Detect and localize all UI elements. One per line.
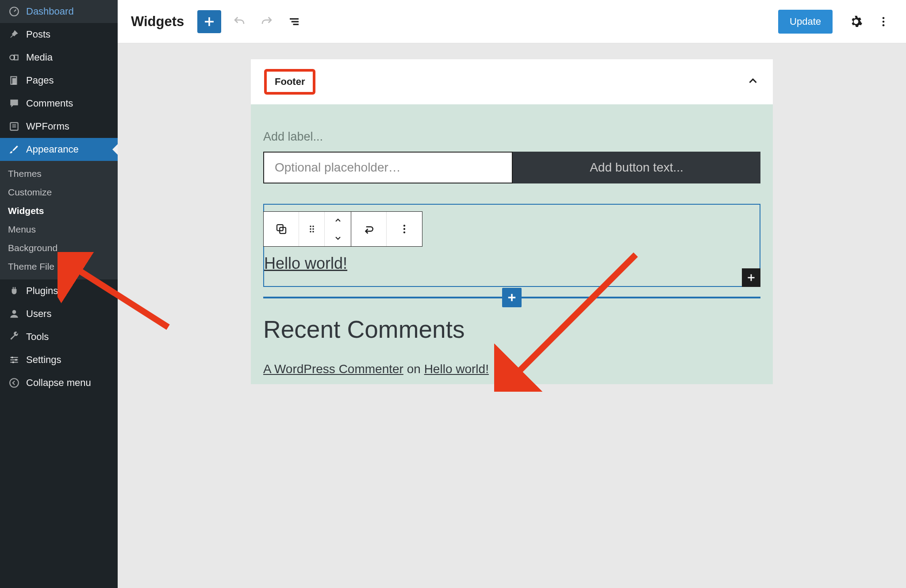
admin-sidebar: Dashboard Posts Media Pages Comments WPF… xyxy=(0,0,118,588)
comment-post-link[interactable]: Hello world! xyxy=(424,362,489,376)
svg-point-34 xyxy=(403,231,405,233)
page-icon xyxy=(8,74,20,87)
pin-icon xyxy=(8,28,20,41)
sidebar-item-label: WPForms xyxy=(26,121,69,132)
svg-point-13 xyxy=(15,359,17,361)
drag-handle-button[interactable] xyxy=(299,212,325,246)
sidebar-item-label: Dashboard xyxy=(26,6,74,17)
plug-icon xyxy=(8,285,20,297)
sidebar-item-label: Settings xyxy=(26,354,61,366)
subitem-widgets[interactable]: Widgets xyxy=(0,202,118,220)
editor-topbar: Widgets Update xyxy=(118,0,906,43)
inline-inserter-button[interactable] xyxy=(502,288,522,307)
page-title: Widgets xyxy=(131,14,184,30)
svg-point-14 xyxy=(12,361,14,363)
svg-point-29 xyxy=(312,228,314,230)
footer-highlight: Footer xyxy=(264,69,315,95)
svg-point-23 xyxy=(883,24,885,26)
svg-point-22 xyxy=(883,20,885,23)
form-icon xyxy=(8,120,20,133)
collapse-icon xyxy=(8,377,20,389)
recent-comment-item: A WordPress Commenter on Hello world! xyxy=(263,362,760,376)
sidebar-item-posts[interactable]: Posts xyxy=(0,23,118,46)
widget-area-body: Add label... Add button text... xyxy=(251,104,773,384)
more-options-button[interactable] xyxy=(874,12,893,31)
search-input[interactable] xyxy=(263,152,513,183)
sidebar-item-settings[interactable]: Settings xyxy=(0,348,118,371)
comment-author-link[interactable]: A WordPress Commenter xyxy=(263,362,403,376)
move-up-button[interactable] xyxy=(325,212,351,229)
subitem-themes[interactable]: Themes xyxy=(0,164,118,183)
editor-main: Widgets Update xyxy=(118,0,906,588)
sidebar-item-media[interactable]: Media xyxy=(0,46,118,69)
wrench-icon xyxy=(8,331,20,343)
block-inserter-line xyxy=(263,297,760,298)
comment-icon xyxy=(8,97,20,110)
list-view-button[interactable] xyxy=(285,12,303,31)
widget-area-footer: Footer Add label... Add button text... xyxy=(251,59,773,384)
move-down-button[interactable] xyxy=(325,229,351,246)
sidebar-item-label: Users xyxy=(26,308,51,320)
widget-area-title: Footer xyxy=(275,76,305,87)
redo-button[interactable] xyxy=(257,12,276,31)
svg-point-28 xyxy=(310,228,311,230)
svg-point-8 xyxy=(12,310,16,314)
user-icon xyxy=(8,308,20,320)
svg-point-33 xyxy=(403,228,405,230)
sidebar-item-users[interactable]: Users xyxy=(0,302,118,325)
sidebar-item-label: Posts xyxy=(26,29,50,40)
sidebar-item-label: Collapse menu xyxy=(26,377,91,389)
comment-on-text: on xyxy=(407,362,424,376)
svg-point-26 xyxy=(310,225,311,227)
sidebar-item-label: Plugins xyxy=(26,285,58,297)
search-button[interactable]: Add button text... xyxy=(513,152,760,183)
collapse-chevron-icon[interactable] xyxy=(746,74,760,89)
block-type-button[interactable] xyxy=(264,212,299,246)
svg-point-12 xyxy=(12,356,13,358)
undo-button[interactable] xyxy=(230,12,249,31)
dashboard-icon xyxy=(8,5,20,18)
sliders-icon xyxy=(8,354,20,366)
sidebar-item-label: Tools xyxy=(26,331,49,343)
svg-point-30 xyxy=(310,231,311,233)
svg-point-32 xyxy=(403,225,405,226)
sidebar-item-collapse[interactable]: Collapse menu xyxy=(0,371,118,394)
sidebar-item-label: Pages xyxy=(26,75,54,86)
sidebar-item-dashboard[interactable]: Dashboard xyxy=(0,0,118,23)
recent-comments-title: Recent Comments xyxy=(263,315,760,362)
move-to-area-button[interactable] xyxy=(351,212,387,246)
editor-canvas: Footer Add label... Add button text... xyxy=(118,43,906,588)
subitem-customize[interactable]: Customize xyxy=(0,183,118,202)
svg-point-27 xyxy=(312,225,314,227)
media-icon xyxy=(8,51,20,64)
recent-post-link[interactable]: Hello world! xyxy=(264,254,347,272)
svg-point-21 xyxy=(883,17,885,19)
sidebar-item-plugins[interactable]: Plugins xyxy=(0,279,118,302)
sidebar-item-label: Media xyxy=(26,52,53,63)
sidebar-item-label: Comments xyxy=(26,98,73,109)
settings-button[interactable] xyxy=(847,12,865,31)
block-movers xyxy=(325,212,351,246)
sidebar-item-label: Appearance xyxy=(26,144,79,155)
search-block: Add button text... xyxy=(263,152,760,183)
subitem-menus[interactable]: Menus xyxy=(0,220,118,239)
recent-comments-block[interactable]: Recent Comments A WordPress Commenter on… xyxy=(263,315,760,376)
subitem-background[interactable]: Background xyxy=(0,239,118,257)
block-options-button[interactable] xyxy=(387,212,422,246)
svg-rect-4 xyxy=(12,78,16,84)
sidebar-item-tools[interactable]: Tools xyxy=(0,325,118,348)
block-appender-corner[interactable] xyxy=(742,268,760,287)
widget-area-header[interactable]: Footer xyxy=(251,59,773,104)
sidebar-item-appearance[interactable]: Appearance xyxy=(0,138,118,161)
sidebar-item-comments[interactable]: Comments xyxy=(0,92,118,115)
svg-point-31 xyxy=(312,231,314,233)
appearance-submenu: Themes Customize Widgets Menus Backgroun… xyxy=(0,161,118,279)
sidebar-item-pages[interactable]: Pages xyxy=(0,69,118,92)
sidebar-item-wpforms[interactable]: WPForms xyxy=(0,115,118,138)
svg-point-15 xyxy=(10,378,19,387)
subitem-theme-file-editor[interactable]: Theme File Editor xyxy=(0,257,118,276)
brush-icon xyxy=(8,143,20,156)
update-button[interactable]: Update xyxy=(778,10,833,34)
add-label-placeholder[interactable]: Add label... xyxy=(263,130,760,144)
add-block-button[interactable] xyxy=(197,10,221,33)
